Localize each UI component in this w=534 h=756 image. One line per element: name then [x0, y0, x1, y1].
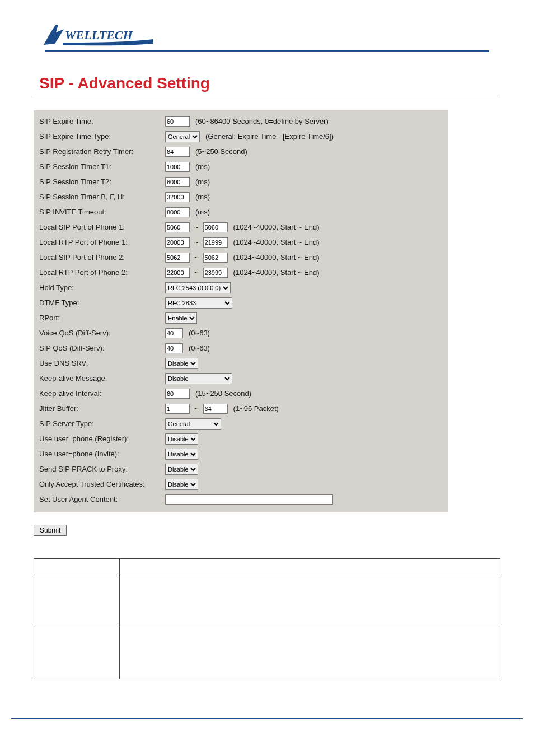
page-title: SIP - Advanced Setting: [39, 74, 500, 92]
input-keepalive-int[interactable]: [165, 389, 190, 399]
range-sep: ~: [192, 268, 201, 277]
label-dns-srv: Use DNS SRV:: [39, 359, 165, 367]
description-table: [34, 558, 500, 679]
label-expire-type: SIP Expire Time Type:: [39, 132, 165, 141]
label-send-prack: Send SIP PRACK to Proxy:: [39, 465, 165, 473]
hint-voice-qos: (0~63): [189, 329, 210, 337]
input-sip-qos[interactable]: [165, 343, 183, 353]
input-t2[interactable]: [165, 177, 190, 187]
label-tbfh: SIP Session Timer B, F, H:: [39, 193, 165, 201]
input-t1[interactable]: [165, 162, 190, 172]
submit-button[interactable]: Submit: [34, 525, 67, 536]
hint-rtp-port1: (1024~40000, Start ~ End): [233, 238, 320, 246]
input-jitter-start[interactable]: [165, 404, 190, 414]
input-rtp-port1-end[interactable]: [203, 237, 228, 248]
input-user-agent[interactable]: [165, 494, 333, 505]
title-rule: [34, 96, 500, 96]
hint-retry-timer: (5~250 Second): [195, 147, 247, 156]
input-jitter-end[interactable]: [203, 404, 228, 414]
hint-t2: (ms): [195, 178, 210, 186]
label-hold-type: Hold Type:: [39, 283, 165, 292]
label-voice-qos: Voice QoS (Diff-Serv):: [39, 329, 165, 337]
brand-text: WELLTECH: [65, 28, 133, 42]
range-sep: ~: [192, 223, 201, 231]
input-rtp-port1-start[interactable]: [165, 237, 190, 248]
select-userphone-inv[interactable]: Disable: [165, 449, 198, 460]
label-userphone-inv: Use user=phone (Invite):: [39, 450, 165, 458]
label-invite-to: SIP INVITE Timeout:: [39, 208, 165, 216]
select-dns-srv[interactable]: Disable: [165, 358, 198, 369]
label-trusted-cert: Only Accept Trusted Certificates:: [39, 480, 165, 488]
hint-expire-type: (General: Expire Time - [Expire Time/6]): [205, 132, 334, 141]
select-hold-type[interactable]: RFC 2543 (0.0.0.0): [165, 282, 231, 293]
hint-tbfh: (ms): [195, 193, 210, 201]
input-sip-port1-start[interactable]: [165, 222, 190, 232]
label-user-agent: Set User Agent Content:: [39, 495, 165, 503]
select-server-type[interactable]: General: [165, 418, 221, 430]
settings-form: SIP Expire Time: (60~86400 Seconds, 0=de…: [34, 110, 448, 512]
label-keepalive-msg: Keep-alive Message:: [39, 374, 165, 382]
label-sip-port2: Local SIP Port of Phone 2:: [39, 253, 165, 262]
input-sip-port1-end[interactable]: [203, 222, 228, 232]
brand-logo: WELLTECH: [39, 22, 500, 49]
hint-jitter: (1~96 Packet): [233, 404, 279, 413]
hint-invite-to: (ms): [195, 208, 210, 216]
select-rport[interactable]: Enable: [165, 312, 197, 324]
hint-sip-port1: (1024~40000, Start ~ End): [233, 223, 320, 231]
select-send-prack[interactable]: Disable: [165, 464, 198, 475]
hint-rtp-port2: (1024~40000, Start ~ End): [233, 268, 320, 277]
select-dtmf-type[interactable]: RFC 2833: [165, 297, 232, 309]
label-userphone-reg: Use user=phone (Register):: [39, 435, 165, 443]
select-trusted-cert[interactable]: Disable: [165, 479, 198, 490]
range-sep: ~: [192, 253, 201, 262]
hint-expire-time: (60~86400 Seconds, 0=define by Server): [195, 117, 329, 125]
hint-sip-qos: (0~63): [189, 344, 210, 352]
label-sip-qos: SIP QoS (Diff-Serv):: [39, 344, 165, 352]
input-tbfh[interactable]: [165, 192, 190, 202]
label-rport: RPort:: [39, 314, 165, 322]
label-dtmf-type: DTMF Type:: [39, 298, 165, 307]
label-rtp-port1: Local RTP Port of Phone 1:: [39, 238, 165, 246]
range-sep: ~: [192, 404, 201, 413]
input-invite-to[interactable]: [165, 207, 190, 217]
label-expire-time: SIP Expire Time:: [39, 117, 165, 125]
input-retry-timer[interactable]: [165, 147, 190, 157]
input-expire-time[interactable]: [165, 116, 190, 127]
header-rule: [45, 50, 489, 52]
select-userphone-reg[interactable]: Disable: [165, 433, 198, 445]
hint-sip-port2: (1024~40000, Start ~ End): [233, 253, 320, 262]
label-t1: SIP Session Timer T1:: [39, 162, 165, 171]
label-rtp-port2: Local RTP Port of Phone 2:: [39, 268, 165, 277]
label-sip-port1: Local SIP Port of Phone 1:: [39, 223, 165, 231]
footer-rule: [11, 718, 523, 719]
input-sip-port2-start[interactable]: [165, 253, 190, 263]
input-rtp-port2-start[interactable]: [165, 268, 190, 278]
select-keepalive-msg[interactable]: Disable: [165, 373, 232, 384]
label-server-type: SIP Server Type:: [39, 419, 165, 428]
label-jitter: Jitter Buffer:: [39, 404, 165, 413]
input-sip-port2-end[interactable]: [203, 253, 228, 263]
input-voice-qos[interactable]: [165, 328, 183, 338]
label-keepalive-int: Keep-alive Interval:: [39, 389, 165, 398]
select-expire-type[interactable]: General: [165, 131, 200, 142]
hint-t1: (ms): [195, 162, 210, 171]
label-t2: SIP Session Timer T2:: [39, 178, 165, 186]
input-rtp-port2-end[interactable]: [203, 268, 228, 278]
hint-keepalive-int: (15~250 Second): [195, 389, 251, 398]
range-sep: ~: [192, 238, 201, 246]
label-retry-timer: SIP Registration Retry Timer:: [39, 147, 165, 156]
